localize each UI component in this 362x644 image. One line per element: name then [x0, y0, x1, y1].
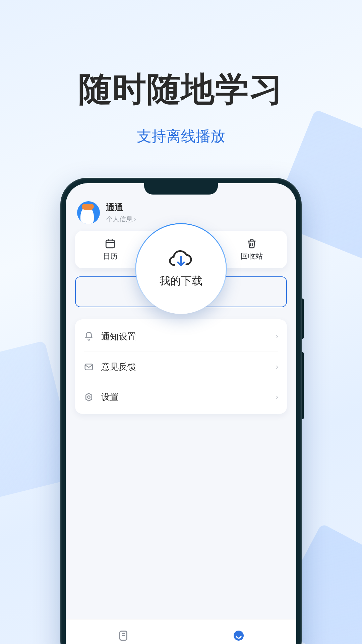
phone-side-button	[302, 299, 304, 339]
recycle-button[interactable]: 回收站	[216, 231, 287, 268]
svg-rect-0	[106, 240, 115, 248]
settings-card: 通知设置 › 意见反馈 › 设置 ›	[75, 319, 287, 414]
phone-screen: 通通 个人信息 › 日历	[66, 183, 296, 644]
settings-row-feedback[interactable]: 意见反馈 ›	[84, 352, 278, 382]
recycle-label: 回收站	[241, 251, 263, 261]
settings-row-notifications[interactable]: 通知设置 ›	[84, 321, 278, 352]
trash-icon	[246, 238, 257, 249]
profile-info-link[interactable]: 个人信息 ›	[106, 215, 136, 224]
chevron-right-icon: ›	[276, 363, 278, 371]
settings-row-label: 设置	[101, 391, 268, 403]
bell-icon	[84, 331, 94, 341]
profile-info-label: 个人信息	[106, 215, 133, 224]
calendar-label: 日历	[103, 251, 118, 261]
smile-icon	[233, 630, 245, 642]
settings-row-label: 通知设置	[101, 331, 268, 342]
settings-row-label: 意见反馈	[101, 361, 268, 373]
calendar-button[interactable]: 日历	[75, 231, 146, 268]
nav-me[interactable]: 我的	[181, 620, 296, 644]
cloud-download-icon	[169, 250, 193, 268]
download-callout-label: 我的下载	[160, 274, 202, 288]
settings-row-settings[interactable]: 设置 ›	[84, 382, 278, 412]
chevron-right-icon: ›	[276, 393, 278, 401]
svg-point-5	[234, 631, 244, 641]
chevron-right-icon: ›	[276, 332, 278, 341]
nav-home[interactable]: 首页	[66, 620, 181, 644]
phone-notch	[144, 183, 218, 195]
phone-mockup: 通通 个人信息 › 日历	[60, 178, 302, 644]
bottom-nav: 首页 我的	[66, 619, 296, 644]
document-icon	[117, 630, 129, 642]
chevron-right-icon: ›	[134, 216, 136, 223]
profile-name: 通通	[106, 202, 136, 213]
phone-side-button	[302, 352, 304, 419]
gear-icon	[84, 392, 94, 402]
calendar-icon	[105, 238, 116, 249]
download-callout[interactable]: 我的下载	[136, 224, 226, 314]
hero-title: 随时随地学习	[0, 67, 362, 112]
avatar[interactable]	[77, 201, 100, 224]
mail-icon	[84, 362, 94, 372]
svg-marker-2	[86, 393, 92, 401]
svg-point-3	[87, 396, 90, 398]
